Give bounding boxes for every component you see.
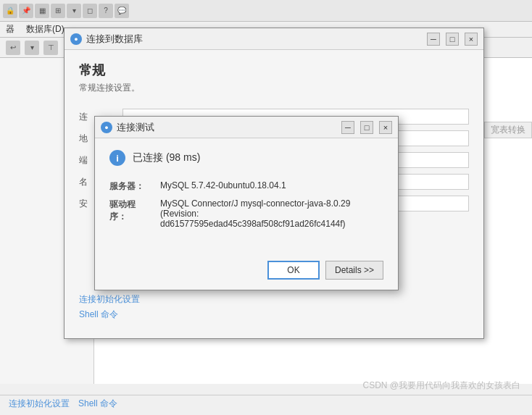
outer-dialog-titlebar: ● 连接到数据库 ─ □ × xyxy=(65,28,483,50)
section-subtitle: 常规连接设置。 xyxy=(79,82,469,94)
table-row-driver: 驱动程序： MySQL Connector/J mysql-connector-… xyxy=(109,196,383,232)
arrow-icon: ▾ xyxy=(67,4,81,18)
detail-table: 服务器： MySQL 5.7.42-0ubuntu0.18.04.1 驱动程序：… xyxy=(109,177,383,232)
rollback-icon[interactable]: ↩ xyxy=(6,41,20,55)
outer-dialog-title: 连接到数据库 xyxy=(86,33,421,46)
chat-icon: 💬 xyxy=(115,4,129,18)
toolbar: 🔒 📌 ▦ ⊞ ▾ ◻ ? 💬 xyxy=(0,0,532,22)
inner-dialog-maximize[interactable]: □ xyxy=(360,121,373,134)
filter-icon[interactable]: ⊤ xyxy=(43,41,58,55)
help-icon: ? xyxy=(99,4,113,18)
menu-item-tools[interactable]: 器 xyxy=(6,23,14,35)
inner-dialog-minimize[interactable]: ─ xyxy=(341,121,354,134)
status-text: 已连接 (98 ms) xyxy=(133,151,200,164)
lock-icon: 🔒 xyxy=(3,4,17,18)
watermark: CSDN @我要用代码向我喜欢的女孩表白 xyxy=(362,380,520,392)
inner-dialog-titlebar: ● 连接测试 ─ □ × xyxy=(95,117,398,138)
inner-dialog-buttons: OK Details >> xyxy=(95,255,398,290)
bottom-bar: 连接初始化设置 Shell 命令 xyxy=(0,395,532,415)
outer-dialog-icon: ● xyxy=(70,33,82,45)
driver-value: MySQL Connector/J mysql-connector-java-8… xyxy=(160,196,383,232)
outer-dialog-maximize[interactable]: □ xyxy=(446,33,459,46)
details-button[interactable]: Details >> xyxy=(325,261,383,280)
info-icon: i xyxy=(109,150,125,166)
inner-dialog-close[interactable]: × xyxy=(379,121,392,134)
shell-link-bottom[interactable]: Shell 命令 xyxy=(78,398,117,410)
server-label: 服务器： xyxy=(109,177,160,196)
outer-dialog-links: 连接初始化设置 Shell 命令 xyxy=(79,293,140,324)
grid-icon: ▦ xyxy=(35,4,49,18)
outer-dialog-close[interactable]: × xyxy=(465,33,478,46)
monitor-icon: ◻ xyxy=(83,4,97,18)
status-row: i 已连接 (98 ms) xyxy=(109,150,383,166)
down-arrow-icon[interactable]: ▾ xyxy=(25,41,39,55)
driver-label: 驱动程序： xyxy=(109,196,160,232)
outer-dialog-minimize[interactable]: ─ xyxy=(427,33,440,46)
inner-dialog: ● 连接测试 ─ □ × i 已连接 (98 ms) 服务器： MySQL 5.… xyxy=(94,116,399,290)
menu-item-database[interactable]: 数据库(D) xyxy=(26,23,65,35)
outer-init-link[interactable]: 连接初始化设置 xyxy=(79,293,140,306)
outer-shell-link[interactable]: Shell 命令 xyxy=(79,309,140,321)
inner-dialog-body: i 已连接 (98 ms) 服务器： MySQL 5.7.42-0ubuntu0… xyxy=(95,138,398,255)
section-title: 常规 xyxy=(79,62,469,79)
window-icon: ⊞ xyxy=(51,4,65,18)
inner-dialog-icon: ● xyxy=(101,122,112,133)
init-link-bottom[interactable]: 连接初始化设置 xyxy=(9,398,70,410)
pin-icon: 📌 xyxy=(19,4,33,18)
table-row-server: 服务器： MySQL 5.7.42-0ubuntu0.18.04.1 xyxy=(109,177,383,196)
ok-button[interactable]: OK xyxy=(267,261,320,280)
right-label: 宽表转换 xyxy=(484,122,532,138)
inner-dialog-title: 连接测试 xyxy=(117,121,336,134)
server-value: MySQL 5.7.42-0ubuntu0.18.04.1 xyxy=(160,177,383,196)
